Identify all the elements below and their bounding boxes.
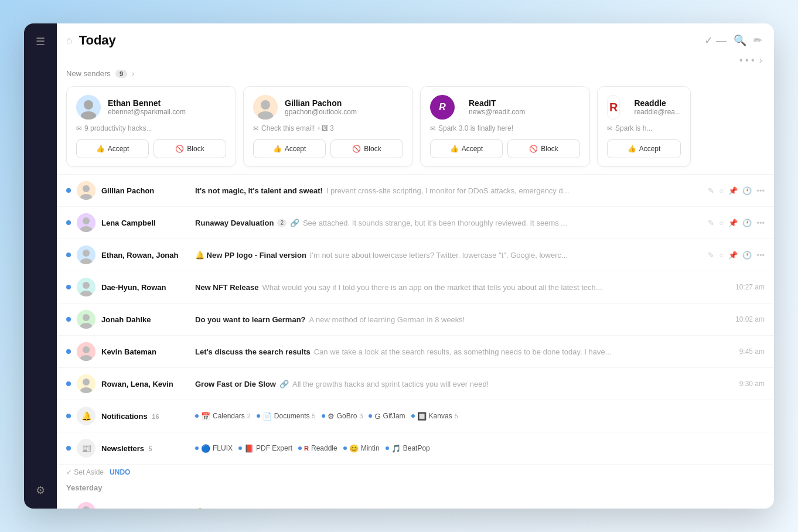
pin-icon-eg[interactable]: 📌 — [728, 251, 738, 260]
edit-row-icon-eg[interactable]: ✎ — [708, 251, 714, 260]
yesterday-section-label: Yesterday — [57, 480, 774, 496]
email-subject-lena: Runaway Devaluation — [195, 219, 274, 227]
email-row-kevin[interactable]: Kevin Bateman Let's discuss the search r… — [57, 336, 774, 368]
new-senders-bar: New senders 9 › — [57, 66, 774, 81]
email-preview-gillian: I prevent cross-site scripting, I monito… — [326, 186, 702, 195]
notifications-icon: 🔔 — [77, 407, 96, 425]
clock-icon-eg[interactable]: 🕐 — [742, 251, 752, 260]
clock-icon[interactable]: 🕐 — [742, 186, 752, 195]
pin-icon-lena[interactable]: 📌 — [728, 219, 738, 227]
email-subject-rowan-group: Grow Fast or Die Slow — [195, 380, 276, 388]
more-icon[interactable]: • • • — [739, 55, 755, 66]
search-icon[interactable]: 🔍 — [734, 34, 746, 47]
accept-button-readit[interactable]: 👍Accept — [430, 139, 503, 158]
toolbar-actions: ✓ — 🔍 ✏ — [704, 34, 762, 47]
sender-name-readit: ReadIT — [469, 98, 525, 108]
svg-point-16 — [83, 282, 90, 289]
avatar-ethan — [76, 95, 101, 120]
circle-icon[interactable]: ○ — [719, 186, 724, 195]
sender-card-readit: R ReadIT news@readit.com ✉ Spark 3.0 is … — [420, 86, 590, 167]
email-subject-daehyun: New NFT Release — [195, 283, 258, 292]
email-subject-mandy: 🔔 About your new logo — [195, 507, 282, 509]
accept-button-readdle[interactable]: 👍Accept — [607, 139, 681, 158]
email-row-newsletters[interactable]: 📰 Newsletters 5 🔵 FLUIX 📕 PDF Expert R R… — [57, 432, 774, 465]
accept-button-ethan[interactable]: 👍Accept — [76, 139, 149, 158]
email-sender-notifications: Notifications 16 — [101, 412, 195, 421]
email-row-daehyun[interactable]: Dae-Hyun, Rowan New NFT Release What wou… — [57, 271, 774, 303]
avatar-mandy — [77, 502, 96, 509]
email-time-rowan-group: 9:30 am — [739, 380, 765, 388]
subject-badge-lena: 2 — [277, 219, 287, 227]
circle-icon-lena[interactable]: ○ — [719, 219, 724, 227]
new-senders-chevron[interactable]: › — [132, 70, 134, 78]
circle-icon-eg[interactable]: ○ — [719, 251, 724, 260]
svg-point-13 — [83, 250, 90, 257]
row-actions-ethan-group: ✎ ○ 📌 🕐 ••• — [708, 251, 765, 260]
row-actions-gillian: ✎ ○ 📌 🕐 ••• — [708, 186, 765, 195]
block-button-ethan[interactable]: 🚫Block — [154, 139, 226, 158]
clock-icon-lena[interactable]: 🕐 — [742, 219, 752, 227]
email-list: Gillian Pachon It's not magic, it's tale… — [57, 175, 774, 509]
email-preview-jonah: A new method of learning German in 8 wee… — [309, 315, 729, 324]
set-aside-bar: ✓ Set Aside UNDO — [57, 465, 774, 480]
more-row-icon[interactable]: ••• — [756, 186, 765, 195]
sender-card-readdle: R Readdle readdle@rea... ✉ Spark is h...… — [597, 86, 691, 167]
email-preview-ethan-group: I'm not sure about lowercase letters? Tw… — [310, 251, 702, 260]
notif-tag-kanvas: 🔲 Kanvas 5 — [411, 412, 458, 421]
email-row-mandy[interactable]: Mandy Maye 🔔 About your new logo I'm imp… — [57, 496, 774, 509]
unread-dot — [66, 317, 71, 322]
email-preview-lena: See attached. It sounds strange, but it'… — [303, 219, 702, 227]
sender-name-gillian-card: Gillian Pachon — [285, 98, 357, 108]
email-time-daehyun: 10:27 am — [735, 283, 765, 291]
main-content: ⌂ Today ✓ — 🔍 ✏ • • • › New senders 9 › — [57, 23, 774, 509]
edit-row-icon[interactable]: ✎ — [708, 186, 714, 195]
unread-dot — [66, 188, 71, 193]
newsletters-icon: 📰 — [77, 439, 96, 458]
email-row-lena[interactable]: Lena Campbell Runaway Devaluation 2 🔗 Se… — [57, 207, 774, 239]
block-button-readit[interactable]: 🚫Block — [507, 139, 580, 158]
email-row-ethan-group[interactable]: Ethan, Rowan, Jonah 🔔 New PP logo - Fina… — [57, 239, 774, 271]
edit-row-icon-lena[interactable]: ✎ — [708, 219, 714, 227]
svg-point-25 — [83, 378, 90, 386]
accept-button-gillian[interactable]: 👍Accept — [253, 139, 326, 158]
svg-point-1 — [84, 100, 93, 110]
avatar-kevin — [77, 342, 96, 361]
email-subject-kevin: Let's discuss the search results — [195, 347, 311, 356]
more-row-icon-lena[interactable]: ••• — [756, 219, 765, 227]
sender-preview-readdle: ✉ Spark is h... — [607, 124, 681, 132]
sender-cards-container: Ethan Bennet ebennet@sparkmail.com ✉ 9 p… — [57, 81, 774, 175]
new-senders-count: 9 — [115, 70, 127, 78]
email-sender-kevin: Kevin Bateman — [101, 347, 195, 356]
email-row-rowan-group[interactable]: Rowan, Lena, Kevin Grow Fast or Die Slow… — [57, 368, 774, 400]
sender-preview-ethan: ✉ 9 productivity hacks... — [76, 124, 226, 132]
email-sender-ethan-group: Ethan, Rowan, Jonah — [101, 251, 195, 260]
attach-icon-lena: 🔗 — [290, 219, 299, 227]
pin-icon[interactable]: 📌 — [728, 186, 738, 195]
notif-tag-mintin: 😊 Mintin — [343, 444, 380, 453]
undo-button[interactable]: UNDO — [110, 468, 130, 476]
home-icon[interactable]: ⌂ — [66, 35, 72, 46]
settings-icon[interactable]: ⚙ — [36, 484, 45, 497]
svg-point-4 — [261, 100, 270, 110]
check-icon[interactable]: ✓ — — [704, 34, 727, 47]
avatar-daehyun — [77, 278, 96, 296]
notif-tags-container: 📅 Calendars 2 📄 Documents 5 ⚙ GoBro 3 G … — [195, 412, 765, 421]
block-button-gillian[interactable]: 🚫Block — [330, 139, 403, 158]
edit-icon[interactable]: ✏ — [753, 34, 762, 47]
email-row-jonah[interactable]: Jonah Dahlke Do you want to learn German… — [57, 303, 774, 336]
email-subject-jonah: Do you want to learn German? — [195, 315, 306, 324]
attach-icon-rowan: 🔗 — [279, 380, 289, 388]
menu-icon[interactable]: ☰ — [36, 35, 45, 48]
email-time-mandy: 9:11 am — [739, 507, 765, 509]
avatar-ethan-group — [77, 245, 96, 264]
more-row-icon-eg[interactable]: ••• — [756, 251, 765, 260]
sender-name-readdle: Readdle — [634, 98, 681, 108]
email-row-gillian[interactable]: Gillian Pachon It's not magic, it's tale… — [57, 175, 774, 207]
email-row-notifications[interactable]: 🔔 Notifications 16 📅 Calendars 2 📄 Docum… — [57, 400, 774, 432]
avatar-readit: R — [430, 95, 455, 120]
notif-tag-calendars: 📅 Calendars 2 — [195, 412, 251, 421]
email-subject-ethan-group: 🔔 New PP logo - Final version — [195, 251, 306, 260]
forward-icon[interactable]: › — [759, 55, 762, 66]
unread-dot — [66, 349, 71, 354]
unread-dot — [66, 414, 71, 418]
